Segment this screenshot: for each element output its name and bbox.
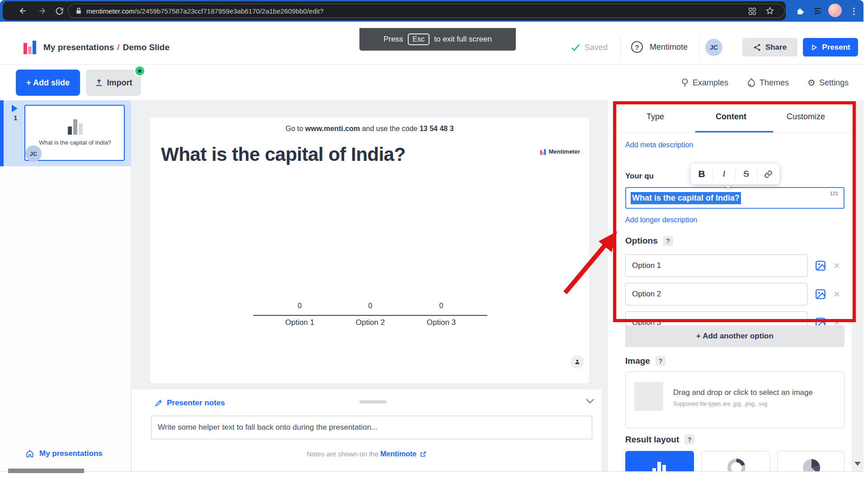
play-icon xyxy=(811,44,818,51)
browser-forward-icon[interactable] xyxy=(34,3,50,19)
my-presentations-link[interactable]: My presentations xyxy=(25,449,103,458)
import-button[interactable]: Import xyxy=(86,70,141,96)
notes-caption-prefix: Notes are shown on the xyxy=(307,450,381,458)
saved-check-icon xyxy=(571,43,580,52)
annotation-highlight-box xyxy=(613,101,856,322)
lock-icon xyxy=(75,7,82,14)
image-label: Image xyxy=(625,356,650,366)
saved-status: Saved xyxy=(585,43,608,52)
thumbnail-title: What is the capital of India? xyxy=(29,139,121,146)
image-help-icon[interactable]: ? xyxy=(656,356,665,366)
collapse-notes-icon[interactable] xyxy=(585,398,595,405)
result-layout-donut-tile[interactable] xyxy=(701,451,770,471)
import-label: Import xyxy=(107,78,132,88)
person-icon xyxy=(574,358,581,366)
add-another-option-label: + Add another option xyxy=(696,332,774,341)
my-presentations-label: My presentations xyxy=(39,449,103,458)
presenter-notes-input[interactable] xyxy=(151,416,592,439)
tab-groups-icon[interactable] xyxy=(748,7,756,15)
url-domain: mentimeter.com xyxy=(86,7,135,15)
fullscreen-toast: Press Esc to exit full screen xyxy=(359,28,516,51)
share-button[interactable]: Share xyxy=(742,38,797,56)
browser-back-icon[interactable] xyxy=(15,3,31,19)
extensions-puzzle-icon[interactable] xyxy=(792,3,807,19)
esc-key: Esc xyxy=(408,33,430,45)
mentimeter-logo[interactable] xyxy=(24,40,37,54)
presenter-notes-label: Presenter notes xyxy=(167,399,225,408)
settings-label: Settings xyxy=(819,78,849,88)
presenter-notes-panel: Presenter notes Notes are shown on the M… xyxy=(132,389,601,471)
donut-chart-layout-icon xyxy=(726,458,746,471)
join-instructions: Go to www.menti.com and use the code 13 … xyxy=(150,125,589,133)
result-layout-help-icon[interactable]: ? xyxy=(684,435,694,445)
drag-handle[interactable] xyxy=(359,400,387,404)
share-label: Share xyxy=(765,43,787,52)
slide-brand: Mentimeter xyxy=(540,148,580,155)
pencil-icon xyxy=(155,399,162,407)
slide-brand-label: Mentimeter xyxy=(549,148,580,155)
result-layout-pie-tile[interactable] xyxy=(777,451,844,471)
selected-slide-indicator xyxy=(0,100,4,166)
horizontal-scrollbar-thumb[interactable] xyxy=(8,469,84,473)
gear-icon: ⚙ xyxy=(807,77,816,88)
profile-avatar[interactable] xyxy=(828,4,842,17)
mentimote-label: Mentimote xyxy=(650,42,688,52)
url-bar[interactable]: mentimeter.com/s/2459b757587a23ccf718795… xyxy=(68,4,785,18)
examples-menu-item[interactable]: Examples xyxy=(681,76,728,89)
lightbulb-icon xyxy=(681,78,689,88)
add-slide-label: + Add slide xyxy=(26,78,70,88)
extension-list-icon[interactable] xyxy=(810,3,826,19)
presenter-notes-header[interactable]: Presenter notes xyxy=(155,399,225,408)
chart-value: 0 xyxy=(273,302,327,310)
slide-toolbar: + Add slide Import Examples Themes ⚙ Set… xyxy=(0,65,863,100)
external-link-icon xyxy=(420,451,426,457)
result-layout-bars-tile[interactable] xyxy=(625,451,694,471)
add-another-option-button[interactable]: + Add another option xyxy=(625,325,844,347)
browser-menu-icon[interactable]: ⋮ xyxy=(846,3,862,19)
window-bottom-edge xyxy=(0,471,863,472)
present-button[interactable]: Present xyxy=(803,38,858,56)
mentimote-help-icon: ? xyxy=(631,41,643,53)
result-layout-label: Result layout xyxy=(625,435,679,445)
mentimote-button[interactable]: ? Mentimote xyxy=(631,41,688,53)
dropzone-subtitle: Supported file types are .jpg, .png, .sv… xyxy=(673,401,767,407)
annotation-arrow xyxy=(554,219,631,300)
slide-brand-icon xyxy=(540,149,546,155)
themes-label: Themes xyxy=(760,78,789,88)
mentimote-link[interactable]: Mentimote xyxy=(380,450,416,458)
slide-canvas[interactable]: Go to www.menti.com and use the code 13 … xyxy=(150,117,589,383)
examples-label: Examples xyxy=(693,78,728,88)
dropzone-title: Drag and drop or click to select an imag… xyxy=(673,388,813,397)
image-dropzone[interactable]: Drag and drop or click to select an imag… xyxy=(625,371,844,428)
slide-list-item-selected[interactable]: 1 What is the capital of India? JC xyxy=(0,100,131,166)
settings-menu-item[interactable]: ⚙ Settings xyxy=(807,76,849,89)
browser-reload-icon[interactable] xyxy=(52,3,67,19)
breadcrumb-root[interactable]: My presentations xyxy=(43,42,114,52)
themes-menu-item[interactable]: Themes xyxy=(747,76,789,89)
home-icon xyxy=(25,449,34,458)
chart-axis xyxy=(253,315,487,316)
breadcrumb-current[interactable]: Demo Slide xyxy=(123,42,170,52)
url-path: /s/2459b757587a23ccf7187959e3ab6170/2a1b… xyxy=(135,7,324,15)
join-domain: www.menti.com xyxy=(305,125,360,132)
slide-question-title[interactable]: What is the capital of India? xyxy=(161,144,406,165)
bookmark-star-icon[interactable] xyxy=(765,6,774,15)
join-code: 13 54 48 3 xyxy=(420,125,454,132)
chart-category: Option 2 xyxy=(343,318,397,327)
add-slide-button[interactable]: + Add slide xyxy=(16,70,80,96)
slide-play-icon[interactable] xyxy=(12,105,18,112)
browser-frame: mentimeter.com/s/2459b757587a23ccf718795… xyxy=(0,0,863,22)
toast-press: Press xyxy=(383,35,403,44)
slide-number: 1 xyxy=(14,114,17,122)
scrollbar-down-arrow[interactable] xyxy=(854,462,861,466)
pie-chart-layout-icon xyxy=(802,458,821,471)
notes-caption: Notes are shown on the Mentimote xyxy=(132,450,601,458)
chart-value: 0 xyxy=(414,302,468,310)
user-avatar[interactable]: JC xyxy=(705,39,722,56)
participants-indicator[interactable] xyxy=(571,355,584,369)
chart-category: Option 1 xyxy=(273,318,327,327)
present-label: Present xyxy=(822,43,850,52)
bar-chart-layout-icon xyxy=(651,458,668,471)
slide-list-sidebar: 1 What is the capital of India? JC My pr… xyxy=(0,100,131,471)
theme-drop-icon xyxy=(747,78,756,88)
